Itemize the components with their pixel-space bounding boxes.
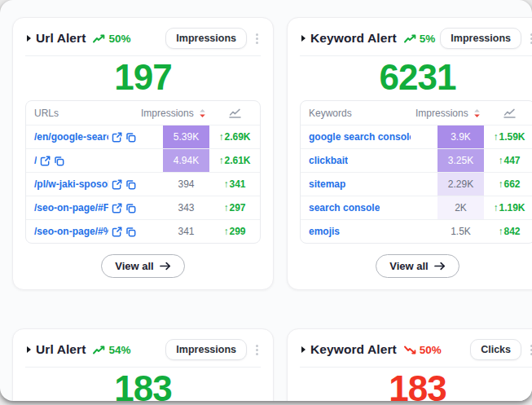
sort-arrows-icon bbox=[199, 108, 206, 118]
delta-up-arrow-icon: ↑ bbox=[223, 178, 228, 190]
header-divider bbox=[300, 367, 532, 368]
table-row: /seo-on-page/#%C2...341↑299 bbox=[26, 219, 260, 243]
copy-icon[interactable] bbox=[125, 132, 136, 143]
row-delta: ↑341 bbox=[209, 173, 260, 196]
cards-grid: Url Alert 50% Impressions bbox=[12, 17, 532, 401]
card-header-actions: Impressions bbox=[440, 28, 532, 49]
delta-up-arrow-icon: ↑ bbox=[498, 226, 503, 237]
row-delta: ↑447 bbox=[484, 149, 532, 172]
big-number: 6231 bbox=[297, 57, 532, 98]
arrow-right-icon bbox=[160, 262, 171, 271]
metric-button-label: Impressions bbox=[176, 33, 236, 44]
delta-up-arrow-icon: ↑ bbox=[493, 131, 498, 143]
copy-icon[interactable] bbox=[125, 227, 136, 237]
copy-icon[interactable] bbox=[125, 179, 136, 190]
sort-arrows-icon bbox=[473, 108, 481, 118]
trend-badge: 50% bbox=[404, 344, 442, 356]
table-row: google search console3.9K↑1.59K bbox=[301, 125, 532, 148]
big-number: 183 bbox=[297, 368, 532, 401]
kebab-menu-icon[interactable] bbox=[527, 31, 532, 46]
alert-table: Keywords Impressions google search conso… bbox=[300, 100, 532, 244]
table-row: /seo-on-page/#Facto...343↑297 bbox=[26, 196, 260, 219]
external-link-icon[interactable] bbox=[40, 156, 51, 166]
row-delta: ↑2.61K bbox=[209, 149, 260, 172]
row-link[interactable]: search console bbox=[309, 202, 380, 214]
trend-value: 54% bbox=[108, 344, 130, 356]
card-title: Url Alert bbox=[36, 31, 86, 46]
row-link[interactable]: /seo-on-page/#Facto... bbox=[34, 202, 108, 214]
metric-button-label: Impressions bbox=[176, 344, 236, 355]
table-row: sitemap2.29K↑662 bbox=[301, 172, 532, 196]
metric-button[interactable]: Impressions bbox=[440, 28, 521, 49]
row-value: 1.5K bbox=[437, 220, 484, 243]
card-title-toggle[interactable]: Keyword Alert 50% bbox=[301, 342, 442, 357]
column-header-value-sort[interactable]: Impressions bbox=[414, 101, 484, 125]
kebab-menu-icon[interactable] bbox=[253, 31, 262, 46]
card-header-actions: Impressions bbox=[165, 339, 262, 360]
metric-button[interactable]: Impressions bbox=[165, 339, 247, 360]
card-header-actions: Impressions bbox=[165, 28, 262, 49]
trend-up-icon bbox=[93, 34, 105, 43]
copy-icon[interactable] bbox=[125, 203, 136, 214]
trend-value: 5% bbox=[420, 33, 436, 45]
row-link[interactable]: / bbox=[34, 155, 37, 166]
trend-badge: 5% bbox=[404, 33, 436, 45]
metric-button[interactable]: Impressions bbox=[165, 28, 247, 49]
table-row: search console2K↑1.19K bbox=[301, 196, 532, 219]
column-header-label: URLs bbox=[26, 101, 139, 125]
table-row: clickbait3.25K↑447 bbox=[301, 148, 532, 172]
dashboard-frame: Url Alert 50% Impressions bbox=[0, 0, 532, 401]
kebab-menu-icon[interactable] bbox=[527, 342, 532, 358]
row-value: 341 bbox=[163, 220, 209, 243]
chart-column-header[interactable] bbox=[484, 101, 532, 125]
external-link-icon[interactable] bbox=[112, 132, 122, 143]
metric-button[interactable]: Clicks bbox=[470, 339, 521, 360]
row-link[interactable]: /en/google-search-c... bbox=[34, 131, 108, 143]
trend-badge: 54% bbox=[93, 344, 130, 356]
alert-card: Keyword Alert 5% Impressions bbox=[287, 17, 532, 290]
card-title: Keyword Alert bbox=[310, 342, 397, 357]
chart-column-header[interactable] bbox=[209, 101, 260, 125]
kebab-menu-icon[interactable] bbox=[253, 342, 262, 358]
card-title: Keyword Alert bbox=[310, 31, 397, 46]
view-all-button[interactable]: View all bbox=[101, 254, 184, 278]
row-value: 5.39K bbox=[163, 125, 209, 148]
card-title-toggle[interactable]: Keyword Alert 5% bbox=[301, 31, 435, 46]
row-link[interactable]: /pl/w-jaki-sposob-nal... bbox=[34, 178, 108, 190]
external-link-icon[interactable] bbox=[112, 203, 122, 214]
delta-up-arrow-icon: ↑ bbox=[218, 155, 223, 166]
row-delta: ↑1.59K bbox=[484, 125, 532, 148]
trend-up-icon bbox=[93, 346, 105, 354]
column-header-value-sort[interactable]: Impressions bbox=[139, 101, 209, 125]
row-link[interactable]: /seo-on-page/#%C2... bbox=[34, 226, 108, 237]
alert-card: Keyword Alert 50% Clicks bbox=[287, 328, 532, 401]
caret-right-icon bbox=[301, 346, 306, 353]
row-link[interactable]: clickbait bbox=[309, 155, 348, 166]
card-header: Url Alert 54% Impressions bbox=[23, 340, 263, 359]
card-title-toggle[interactable]: Url Alert 50% bbox=[27, 31, 131, 46]
card-header: Url Alert 50% Impressions bbox=[23, 29, 263, 48]
alert-card: Url Alert 54% Impressions bbox=[12, 328, 274, 401]
caret-right-icon bbox=[301, 35, 306, 42]
row-delta: ↑299 bbox=[209, 220, 260, 243]
row-link[interactable]: google search console bbox=[309, 131, 411, 143]
table-header-row: Keywords Impressions bbox=[301, 101, 532, 125]
row-delta: ↑2.69K bbox=[209, 125, 260, 148]
row-value: 4.94K bbox=[163, 149, 209, 172]
line-chart-icon bbox=[229, 108, 241, 118]
caret-right-icon bbox=[27, 35, 31, 42]
copy-icon[interactable] bbox=[54, 156, 64, 166]
row-value: 394 bbox=[163, 173, 209, 196]
row-link[interactable]: sitemap bbox=[309, 178, 345, 190]
row-value: 343 bbox=[163, 196, 209, 219]
delta-up-arrow-icon: ↑ bbox=[498, 155, 503, 166]
card-title-toggle[interactable]: Url Alert 54% bbox=[27, 342, 131, 357]
table-header-row: URLs Impressions bbox=[26, 101, 260, 125]
external-link-icon[interactable] bbox=[112, 227, 122, 237]
row-link[interactable]: emojis bbox=[309, 226, 340, 237]
trend-up-icon bbox=[404, 34, 416, 43]
external-link-icon[interactable] bbox=[112, 179, 122, 190]
view-all-button[interactable]: View all bbox=[376, 254, 459, 278]
view-all-label: View all bbox=[389, 260, 428, 272]
table-row: /en/google-search-c...5.39K↑2.69K bbox=[26, 125, 260, 148]
